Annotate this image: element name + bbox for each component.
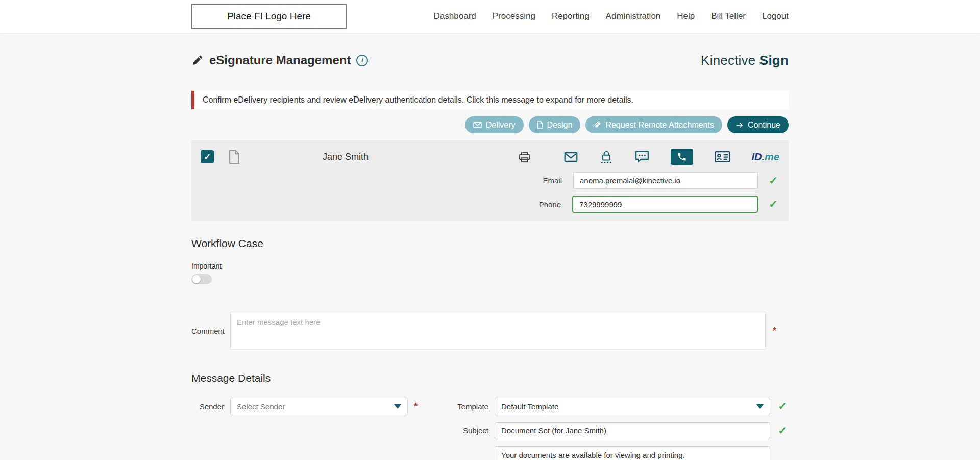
- continue-button[interactable]: Continue: [727, 116, 789, 133]
- brand-name: Kinective: [701, 53, 755, 68]
- chevron-down-icon: [756, 404, 764, 409]
- page-title: eSignature Management: [209, 53, 351, 67]
- toggle-knob: [192, 275, 201, 283]
- message-details-heading: Message Details: [191, 372, 789, 384]
- chevron-down-icon: [394, 404, 401, 409]
- comment-required-marker: *: [773, 326, 780, 336]
- sms-method-icon[interactable]: [635, 150, 649, 163]
- subject-label: Subject: [435, 426, 488, 435]
- design-button[interactable]: Design: [529, 116, 581, 133]
- brand-product: Sign: [760, 53, 789, 68]
- email-field-row: Email ✓: [201, 172, 779, 189]
- document-icon: [537, 121, 543, 129]
- pen-icon: [191, 54, 204, 66]
- fi-logo-text: Place FI Logo Here: [227, 11, 311, 22]
- main-nav: Dashboard Processing Reporting Administr…: [434, 11, 789, 21]
- phone-field-row: Phone ✓: [201, 196, 779, 213]
- subject-input[interactable]: [495, 422, 770, 439]
- workflow-case-heading: Workflow Case: [191, 237, 789, 250]
- subject-valid-check-icon: ✓: [776, 425, 789, 437]
- page-head: eSignature Management i Kinective Sign: [191, 45, 789, 76]
- message-details-form: Sender Select Sender * Template Default …: [191, 398, 789, 460]
- message-textarea[interactable]: Your documents are available for viewing…: [495, 446, 770, 460]
- recipient-row: ✓ Jane Smith: [201, 147, 779, 167]
- recipient-card: ✓ Jane Smith: [191, 140, 789, 221]
- email-input[interactable]: [573, 172, 758, 189]
- id-card-method-icon[interactable]: [715, 151, 730, 162]
- password-method-icon[interactable]: [599, 150, 614, 164]
- request-remote-attachments-button[interactable]: Request Remote Attachments: [585, 116, 722, 133]
- phone-label: Phone: [539, 200, 561, 209]
- kinective-sign-logo: Kinective Sign: [701, 53, 789, 68]
- nav-processing[interactable]: Processing: [493, 11, 535, 21]
- email-label: Email: [543, 176, 562, 185]
- nav-bill-teller[interactable]: Bill Teller: [711, 11, 746, 21]
- sender-select[interactable]: Select Sender: [230, 398, 408, 415]
- check-glyph: ✓: [204, 152, 211, 162]
- idme-method-icon[interactable]: ID.me: [752, 151, 779, 163]
- sender-required-marker: *: [414, 401, 421, 412]
- email-valid-check-icon: ✓: [767, 175, 779, 187]
- paperclip-icon: [594, 121, 601, 129]
- email-method-icon[interactable]: [564, 152, 578, 162]
- nav-logout[interactable]: Logout: [762, 11, 789, 21]
- arrow-right-icon: [736, 121, 744, 129]
- delivery-button[interactable]: Delivery: [465, 116, 524, 133]
- edelivery-alert-banner[interactable]: Confirm eDelivery recipients and review …: [191, 91, 789, 109]
- phone-input[interactable]: [572, 196, 758, 213]
- comment-textarea[interactable]: [230, 312, 766, 350]
- top-navigation-bar: Place FI Logo Here Dashboard Processing …: [0, 0, 980, 33]
- envelope-icon: [473, 122, 482, 128]
- recipient-document-icon[interactable]: [228, 150, 240, 164]
- sender-label: Sender: [191, 402, 224, 411]
- fi-logo-placeholder: Place FI Logo Here: [191, 4, 347, 29]
- recipient-checkbox[interactable]: ✓: [201, 150, 214, 163]
- important-label: Important: [191, 262, 789, 270]
- main-content: eSignature Management i Kinective Sign C…: [191, 45, 789, 460]
- important-toggle[interactable]: [191, 274, 212, 284]
- nav-dashboard[interactable]: Dashboard: [434, 11, 476, 21]
- delivery-method-icons: ID.me: [518, 149, 779, 165]
- nav-administration[interactable]: Administration: [606, 11, 661, 21]
- phone-valid-check-icon: ✓: [767, 198, 779, 210]
- phone-method-icon-selected[interactable]: [671, 149, 693, 165]
- nav-help[interactable]: Help: [677, 11, 695, 21]
- recipient-name: Jane Smith: [323, 152, 369, 162]
- action-toolbar: Delivery Design Request Remote Attachmen…: [191, 116, 789, 133]
- info-icon[interactable]: i: [356, 55, 368, 66]
- comment-label: Comment: [191, 327, 224, 335]
- print-method-icon[interactable]: [518, 150, 531, 164]
- template-label: Template: [435, 402, 488, 411]
- nav-reporting[interactable]: Reporting: [552, 11, 590, 21]
- template-valid-check-icon: ✓: [776, 400, 789, 413]
- comment-row: Comment *: [191, 312, 789, 350]
- template-select[interactable]: Default Template: [495, 398, 770, 415]
